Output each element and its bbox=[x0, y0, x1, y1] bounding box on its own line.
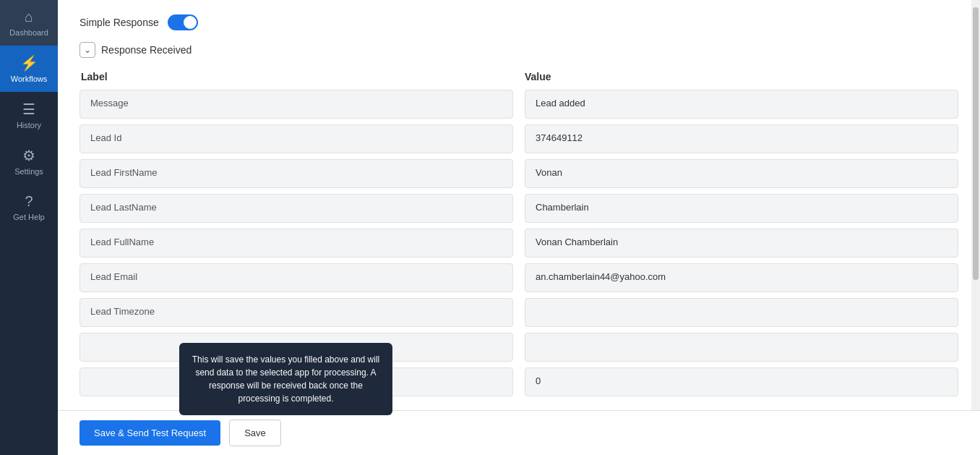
field-row: Lead Emailan.chamberlain44@yahoo.com bbox=[79, 263, 958, 292]
sidebar-item-label: History bbox=[17, 121, 41, 129]
history-icon: ☰ bbox=[22, 101, 35, 118]
field-label-3: Lead LastName bbox=[79, 194, 513, 223]
field-label-5: Lead Email bbox=[79, 263, 513, 292]
value-column-header: Value bbox=[525, 71, 957, 82]
sidebar-item-label: Get Help bbox=[13, 213, 44, 221]
sidebar-item-get-help[interactable]: ? Get Help bbox=[0, 184, 58, 230]
simple-response-label: Simple Response bbox=[79, 17, 159, 28]
field-value-5[interactable]: an.chamberlain44@yahoo.com bbox=[525, 263, 958, 292]
field-label-0: Message bbox=[79, 90, 513, 119]
response-received-row: ⌄ Response Received bbox=[79, 42, 958, 58]
field-label-6: Lead Timezone bbox=[79, 298, 513, 327]
sidebar-item-history[interactable]: ☰ History bbox=[0, 92, 58, 138]
field-value-2[interactable]: Vonan bbox=[525, 159, 958, 188]
field-value-4[interactable]: Vonan Chamberlain bbox=[525, 229, 958, 258]
workflows-icon: ⚡ bbox=[20, 54, 38, 72]
field-row: Lead Id374649112 bbox=[79, 124, 958, 153]
settings-icon: ⚙ bbox=[22, 147, 35, 164]
sidebar-item-label: Dashboard bbox=[9, 28, 48, 37]
response-received-label: Response Received bbox=[101, 44, 192, 56]
toggle-slider bbox=[168, 14, 198, 30]
field-row: Lead Timezone bbox=[79, 298, 958, 327]
field-label-4: Lead FullName bbox=[79, 229, 513, 258]
scroll-thumb bbox=[973, 7, 979, 280]
tooltip: This will save the values you filled abo… bbox=[179, 343, 392, 415]
field-value-8[interactable]: 0 bbox=[525, 367, 958, 396]
field-label-2: Lead FirstName bbox=[79, 159, 513, 188]
save-send-button[interactable]: Save & Send Test Request bbox=[79, 420, 220, 446]
field-value-1[interactable]: 374649112 bbox=[525, 124, 958, 153]
simple-response-toggle[interactable] bbox=[168, 14, 198, 30]
tooltip-text: This will save the values you filled abo… bbox=[192, 354, 379, 404]
label-column-header: Label bbox=[81, 71, 513, 82]
sidebar-item-label: Workflows bbox=[11, 75, 48, 83]
help-icon: ? bbox=[25, 193, 33, 210]
field-row: MessageLead added bbox=[79, 90, 958, 119]
fields-header: Label Value bbox=[79, 71, 958, 82]
sidebar-item-workflows[interactable]: ⚡ Workflows bbox=[0, 46, 58, 92]
footer-bar: Save & Send Test Request Save bbox=[58, 410, 980, 455]
save-button[interactable]: Save bbox=[229, 420, 281, 446]
simple-response-row: Simple Response bbox=[79, 14, 958, 30]
sidebar-item-settings[interactable]: ⚙ Settings bbox=[0, 138, 58, 184]
sidebar-item-dashboard[interactable]: ⌂ Dashboard bbox=[0, 0, 58, 46]
field-value-0[interactable]: Lead added bbox=[525, 90, 958, 119]
field-label-1: Lead Id bbox=[79, 124, 513, 153]
field-value-7[interactable] bbox=[525, 333, 958, 362]
field-row: Lead LastNameChamberlain bbox=[79, 194, 958, 223]
scroll-track[interactable] bbox=[971, 0, 980, 455]
field-row: Lead FirstNameVonan bbox=[79, 159, 958, 188]
chevron-down-icon[interactable]: ⌄ bbox=[79, 42, 95, 58]
sidebar-item-label: Settings bbox=[14, 167, 43, 176]
sidebar: ⌂ Dashboard ⚡ Workflows ☰ History ⚙ Sett… bbox=[0, 0, 58, 455]
field-value-6[interactable] bbox=[525, 298, 958, 327]
field-row: Lead FullNameVonan Chamberlain bbox=[79, 229, 958, 258]
dashboard-icon: ⌂ bbox=[25, 9, 33, 25]
field-value-3[interactable]: Chamberlain bbox=[525, 194, 958, 223]
